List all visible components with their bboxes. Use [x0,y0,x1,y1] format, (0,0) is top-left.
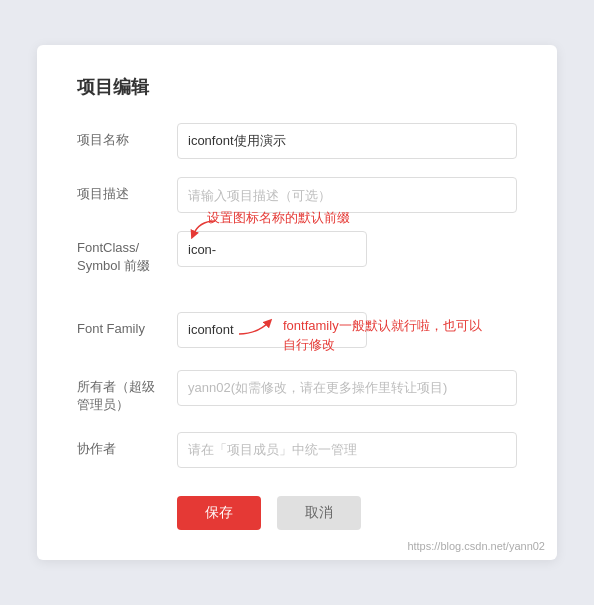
fontclass-label: FontClass/ Symbol 前缀 [77,231,177,275]
fontfamily-annotation: fontfamily一般默认就行啦，也可以 自行修改 [283,316,482,355]
collaborator-label: 协作者 [77,432,177,458]
watermark: https://blog.csdn.net/yann02 [407,540,545,552]
owner-label: 所有者（超级 管理员） [77,370,177,414]
save-button[interactable]: 保存 [177,496,261,530]
project-name-input[interactable] [177,123,517,159]
fontfamily-label: Font Family [77,312,177,338]
page-title: 项目编辑 [77,75,517,99]
collaborator-input[interactable] [177,432,517,468]
fontfamily-arrow-icon [237,316,277,340]
owner-row: 所有者（超级 管理员） [77,370,517,414]
project-desc-row: 项目描述 [77,177,517,213]
footer-buttons: 保存 取消 [77,496,517,530]
cancel-button[interactable]: 取消 [277,496,361,530]
project-name-label: 项目名称 [77,123,177,149]
fontclass-row: FontClass/ Symbol 前缀 设置图标名称的默认前缀 [77,231,517,275]
fontfamily-row: Font Family fontfamily一般默认就行啦，也可以 自行修改 [77,312,517,348]
project-edit-card: 项目编辑 项目名称 项目描述 FontClass/ Symbol 前缀 设置图标… [37,45,557,560]
collaborator-row: 协作者 [77,432,517,468]
owner-input[interactable] [177,370,517,406]
project-desc-input[interactable] [177,177,517,213]
project-desc-label: 项目描述 [77,177,177,203]
fontclass-arrow-icon [185,219,221,241]
project-name-row: 项目名称 [77,123,517,159]
